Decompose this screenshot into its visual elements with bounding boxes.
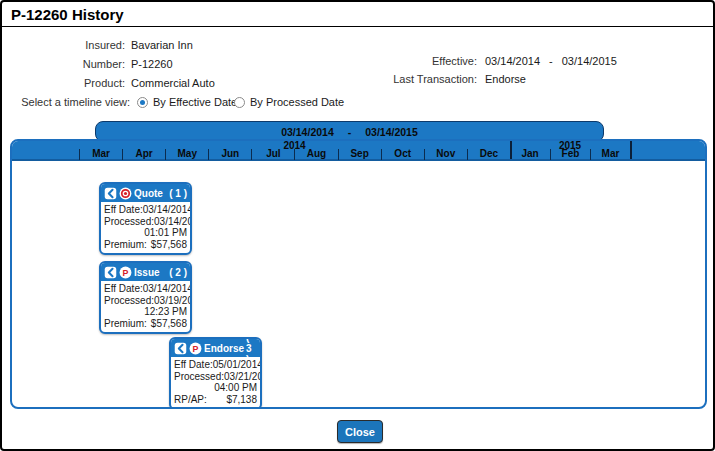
month-cell: Nov bbox=[424, 149, 467, 160]
number-label: Number: bbox=[2, 58, 125, 70]
card-row-value: 12:23 PM bbox=[144, 306, 187, 318]
insured-value: Bavarian Inn bbox=[131, 39, 193, 51]
card-row: Eff Date:05/01/2014 bbox=[174, 359, 257, 371]
card-row-value: 03/14/2014 bbox=[154, 216, 192, 228]
month-cell: Jun bbox=[208, 149, 251, 160]
card-sequence: ( 1 ) bbox=[169, 188, 187, 199]
card-row-value: 03/14/2014 bbox=[143, 204, 192, 216]
year-divider bbox=[510, 141, 512, 159]
transaction-icon bbox=[104, 266, 117, 279]
card-row-label: Premium: bbox=[104, 239, 147, 251]
transaction-card-quote[interactable]: Quote ( 1 ) Eff Date:03/14/2014Processed… bbox=[99, 182, 192, 255]
card-row-label: Premium: bbox=[104, 318, 147, 330]
card-row-label: Eff Date: bbox=[104, 283, 143, 295]
effective-value: 03/14/2014 - 03/14/2015 bbox=[485, 55, 617, 67]
radio-by-effective-date[interactable] bbox=[137, 97, 148, 108]
card-row-label: Processed: bbox=[104, 295, 154, 307]
month-cell: Apr bbox=[122, 149, 165, 160]
card-row: 04:00 PM bbox=[174, 382, 257, 394]
card-header: P Issue ( 2 ) bbox=[101, 263, 190, 281]
close-button[interactable]: Close bbox=[337, 420, 383, 443]
month-cell: Mar bbox=[590, 149, 630, 160]
product-value: Commercial Auto bbox=[131, 77, 215, 89]
month-cell: Mar bbox=[79, 149, 122, 160]
card-body: Eff Date:03/14/2014Processed:03/19/20141… bbox=[101, 281, 190, 332]
card-row: Eff Date:03/14/2014 bbox=[104, 283, 187, 295]
card-row-label: RP/AP: bbox=[174, 394, 207, 406]
month-cell: Feb bbox=[550, 149, 590, 160]
month-cell: May bbox=[165, 149, 208, 160]
card-row: 01:01 PM bbox=[104, 227, 187, 239]
timeline-panel: 2014 2015 MarAprMayJunJulAugSepOctNovDec… bbox=[10, 139, 707, 409]
card-row-label: Processed: bbox=[104, 216, 154, 228]
policy-status-icon: P bbox=[119, 266, 132, 279]
card-row: 12:23 PM bbox=[104, 306, 187, 318]
transaction-icon bbox=[174, 342, 187, 355]
card-row-value: $7,138 bbox=[226, 394, 257, 406]
timeline-month-bar: 2014 2015 MarAprMayJunJulAugSepOctNovDec… bbox=[12, 141, 705, 161]
card-sequence: ( 2 ) bbox=[169, 267, 187, 278]
transaction-card-endorse[interactable]: P Endorse ( 3 ) Eff Date:05/01/2014Proce… bbox=[169, 337, 262, 409]
transaction-icon bbox=[104, 187, 117, 200]
card-row-value: $57,568 bbox=[151, 318, 187, 330]
page-title: P-12260 History bbox=[11, 6, 124, 23]
effective-label: Effective: bbox=[342, 55, 477, 67]
range-separator: - bbox=[348, 126, 352, 138]
quote-status-icon bbox=[119, 187, 132, 200]
months-2014: MarAprMayJunJulAugSepOctNovDec bbox=[79, 149, 510, 160]
timeline-view-prompt: Select a timeline view: bbox=[2, 96, 130, 108]
card-row-label: Eff Date: bbox=[174, 359, 213, 371]
month-cell: Aug bbox=[294, 149, 337, 160]
card-title: Issue bbox=[134, 267, 160, 278]
card-row-value: 04:00 PM bbox=[214, 382, 257, 394]
card-row: Processed:03/21/2014 bbox=[174, 371, 257, 383]
card-row: Processed:03/14/2014 bbox=[104, 216, 187, 228]
card-row-value: 03/19/2014 bbox=[154, 295, 192, 307]
radio-by-effective-date-label[interactable]: By Effective Date bbox=[153, 96, 237, 108]
range-start: 03/14/2014 bbox=[281, 126, 334, 138]
card-body: Eff Date:05/01/2014Processed:03/21/20140… bbox=[171, 357, 260, 408]
card-row-value: $57,568 bbox=[151, 239, 187, 251]
svg-text:P: P bbox=[123, 267, 129, 277]
card-title: Quote bbox=[134, 188, 163, 199]
month-cell: Sep bbox=[338, 149, 381, 160]
card-row: RP/AP:$7,138 bbox=[174, 394, 257, 406]
card-row-value: 01:01 PM bbox=[144, 227, 187, 239]
month-cell: Dec bbox=[467, 149, 510, 160]
policy-status-icon: P bbox=[189, 342, 202, 355]
effective-end: 03/14/2015 bbox=[562, 55, 617, 67]
month-cell: Jul bbox=[251, 149, 294, 160]
month-cell: Oct bbox=[381, 149, 424, 160]
card-row-label: Eff Date: bbox=[104, 204, 143, 216]
card-header: Quote ( 1 ) bbox=[101, 184, 190, 202]
range-end: 03/14/2015 bbox=[365, 126, 418, 138]
card-body: Eff Date:03/14/2014Processed:03/14/20140… bbox=[101, 202, 190, 253]
effective-start: 03/14/2014 bbox=[485, 55, 540, 67]
card-row: Processed:03/19/2014 bbox=[104, 295, 187, 307]
insured-label: Insured: bbox=[2, 39, 125, 51]
card-row-label: Processed: bbox=[174, 371, 224, 383]
effective-separator: - bbox=[549, 55, 553, 67]
card-header: P Endorse ( 3 ) bbox=[171, 339, 260, 357]
card-title: Endorse bbox=[204, 343, 244, 354]
number-value: P-12260 bbox=[131, 58, 173, 70]
policy-history-dialog: P-12260 History Insured: Bavarian Inn Nu… bbox=[0, 0, 715, 451]
card-row: Premium:$57,568 bbox=[104, 318, 187, 330]
product-label: Product: bbox=[2, 77, 125, 89]
months-2015: JanFebMar bbox=[510, 149, 630, 160]
svg-text:P: P bbox=[193, 343, 199, 353]
title-bar: P-12260 History bbox=[2, 2, 713, 27]
radio-by-processed-date-label[interactable]: By Processed Date bbox=[250, 96, 344, 108]
year-divider bbox=[630, 141, 632, 159]
card-row-value: 05/01/2014 bbox=[213, 359, 262, 371]
card-row: Premium:$57,568 bbox=[104, 239, 187, 251]
last-transaction-value: Endorse bbox=[485, 73, 526, 85]
last-transaction-label: Last Transaction: bbox=[342, 73, 477, 85]
card-row: Eff Date:03/14/2014 bbox=[104, 204, 187, 216]
transaction-card-issue[interactable]: P Issue ( 2 ) Eff Date:03/14/2014Process… bbox=[99, 261, 192, 334]
card-row-value: 03/14/2014 bbox=[143, 283, 192, 295]
radio-by-processed-date[interactable] bbox=[234, 97, 245, 108]
month-cell: Jan bbox=[510, 149, 550, 160]
card-row-value: 03/21/2014 bbox=[224, 371, 262, 383]
